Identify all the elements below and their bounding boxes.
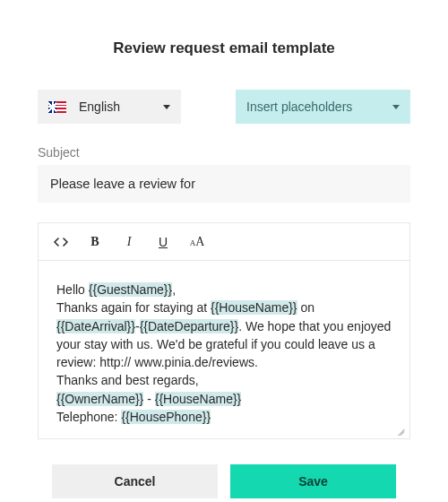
save-button[interactable]: Save [230,464,396,498]
cancel-button[interactable]: Cancel [52,464,218,498]
body-text: www.pinia.de/reviews. [134,355,258,369]
chevron-down-icon [163,105,170,109]
code-toggle-button[interactable] [46,228,76,256]
placeholder-housename: {{HouseName}} [211,300,297,315]
language-dropdown-label: English [79,100,120,114]
placeholder-housename: {{HouseName}} [155,392,242,406]
bold-icon: B [90,235,99,249]
placeholder-datedeparture: {{DateDeparture}} [140,319,239,333]
controls-row: English Insert placeholders [38,90,410,124]
language-dropdown[interactable]: English [38,90,181,124]
body-text: Thanks again for staying at [56,300,211,315]
font-size-button[interactable]: AA [182,228,212,256]
page-title: Review request email template [38,39,410,57]
italic-icon: I [127,235,132,249]
body-text: Telephone: [56,410,121,424]
chevron-down-icon [392,105,400,109]
resize-handle-icon[interactable] [395,426,404,435]
body-text: - [135,319,140,333]
placeholder-housephone: {{HousePhone}} [121,410,211,424]
underline-icon: U [159,235,168,249]
placeholders-dropdown-label: Insert placeholders [246,100,352,114]
placeholder-ownername: {{OwnerName}} [56,392,143,406]
code-icon [54,236,68,248]
bold-button[interactable]: B [80,228,110,256]
font-size-icon: AA [190,235,205,249]
body-text: Hello [56,282,89,297]
uk-flag-icon [48,101,66,113]
body-text: on [297,300,314,315]
placeholder-datearrival: {{DateArrival}} [56,319,135,333]
subject-label: Subject [38,145,410,160]
editor-toolbar: B I U AA [39,223,409,261]
underline-button[interactable]: U [148,228,178,256]
body-text: - [143,392,154,406]
placeholder-guestname: {{GuestName}} [89,282,172,297]
placeholders-dropdown[interactable]: Insert placeholders [236,90,410,124]
italic-button[interactable]: I [114,228,144,256]
footer-actions: Cancel Save [52,464,396,498]
rich-editor: B I U AA Hello {{GuestName}}, Thanks aga… [38,222,410,439]
email-body-editor[interactable]: Hello {{GuestName}}, Thanks again for st… [39,261,409,438]
body-text: Thanks and best regards, [56,371,392,389]
subject-input[interactable] [38,165,410,203]
body-text: , [172,282,176,297]
